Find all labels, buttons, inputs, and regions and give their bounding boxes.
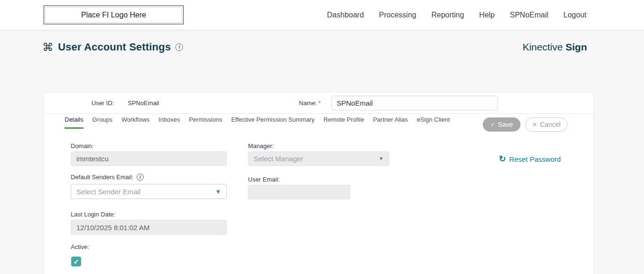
cancel-button[interactable]: ✕ Cancel — [525, 117, 568, 132]
card-divider — [44, 113, 594, 114]
check-icon: ✓ — [490, 122, 495, 127]
manager-label: Manager: — [248, 142, 274, 149]
default-senders-email-select[interactable]: Select Sender Email ▼ — [71, 184, 227, 199]
active-label: Active: — [71, 243, 89, 250]
tab-esign-client[interactable]: eSign Client — [417, 116, 450, 129]
user-email-label: User Email: — [248, 176, 280, 183]
default-senders-email-label-group: Default Senders Email: i — [71, 174, 144, 181]
last-login-date-input: 12/10/2025 8:01:02 AM — [71, 220, 227, 235]
cancel-button-label: Cancel — [540, 121, 561, 128]
nav-item-processing[interactable]: Processing — [379, 11, 416, 19]
main-nav: Dashboard Processing Reporting Help SPNo… — [327, 11, 586, 19]
tab-partner-alias[interactable]: Partner Alias — [373, 116, 408, 129]
default-senders-email-placeholder: Select Sender Email — [76, 188, 140, 196]
manager-placeholder: Select Manager — [254, 155, 303, 163]
tab-bar: Details Groups Workflows Inboxes Permiss… — [65, 116, 450, 129]
save-button[interactable]: ✓ Save — [483, 117, 520, 132]
page-header: ⌘ User Account Settings i Kinective Sign — [42, 40, 587, 54]
chevron-down-icon: ▼ — [379, 156, 384, 161]
close-icon: ✕ — [532, 122, 537, 127]
user-email-input — [248, 185, 350, 199]
domain-input: immtestcu — [71, 151, 227, 166]
manager-select[interactable]: Select Manager ▼ — [248, 151, 389, 166]
checkbox-check-icon: ✓ — [74, 258, 79, 266]
user-account-settings-card: User ID: SPNoEmail Name:* Details Groups… — [43, 92, 594, 274]
page-info-icon[interactable]: i — [175, 43, 183, 51]
reset-password-label: Reset Password — [509, 155, 561, 163]
tab-groups[interactable]: Groups — [92, 116, 113, 129]
reset-icon: ↻ — [499, 155, 506, 163]
tab-remote-profile[interactable]: Remote Profile — [323, 116, 364, 129]
chevron-down-icon: ▼ — [215, 189, 221, 195]
nav-item-help[interactable]: Help — [479, 11, 495, 19]
tab-details[interactable]: Details — [65, 116, 83, 129]
last-login-date-label: Last Login Date: — [71, 211, 116, 218]
fi-logo-text: Place FI Logo Here — [81, 11, 146, 19]
user-id-label: User ID: — [91, 100, 114, 107]
brand-logo: Kinective Sign — [522, 42, 587, 53]
brand-product: Sign — [566, 42, 587, 52]
active-checkbox[interactable]: ✓ — [71, 257, 81, 266]
name-label-text: Name: — [299, 100, 317, 107]
tab-permissions[interactable]: Permissions — [189, 116, 223, 129]
required-asterisk: * — [318, 100, 321, 107]
nav-item-dashboard[interactable]: Dashboard — [327, 11, 364, 19]
top-bar: Place FI Logo Here Dashboard Processing … — [0, 0, 644, 30]
name-input[interactable] — [331, 96, 498, 110]
default-senders-email-info-icon[interactable]: i — [137, 174, 144, 181]
name-label: Name:* — [299, 100, 321, 107]
reset-password-link[interactable]: ↻ Reset Password — [499, 155, 561, 163]
page-title: User Account Settings — [58, 41, 171, 53]
nav-item-reporting[interactable]: Reporting — [431, 11, 464, 19]
user-id-value: SPNoEmail — [128, 100, 159, 107]
nav-item-logout[interactable]: Logout — [563, 11, 586, 19]
tab-effective-permission-summary[interactable]: Effective Permission Summary — [231, 116, 314, 129]
command-icon: ⌘ — [42, 42, 53, 53]
domain-label: Domain: — [71, 142, 93, 149]
tab-workflows[interactable]: Workflows — [121, 116, 149, 129]
tab-inboxes[interactable]: Inboxes — [158, 116, 180, 129]
save-button-label: Save — [498, 121, 513, 128]
brand-name: Kinective — [522, 42, 562, 52]
default-senders-email-label: Default Senders Email: — [71, 174, 133, 181]
page-title-group: ⌘ User Account Settings i — [42, 41, 183, 53]
nav-item-username[interactable]: SPNoEmail — [510, 11, 548, 19]
fi-logo-placeholder[interactable]: Place FI Logo Here — [43, 5, 184, 25]
